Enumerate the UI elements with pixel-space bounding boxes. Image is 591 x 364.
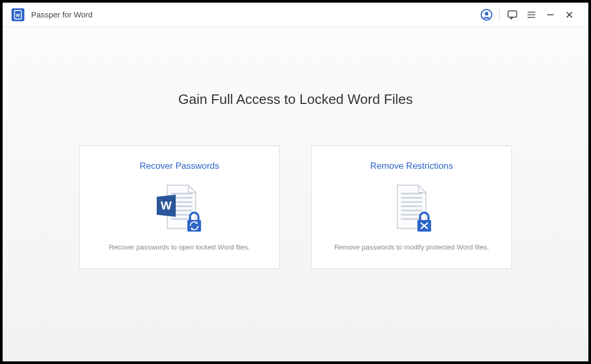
word-lock-refresh-icon: W xyxy=(150,182,208,235)
account-icon xyxy=(480,8,493,21)
card-desc: Recover passwords to open locked Word fi… xyxy=(109,243,250,251)
feedback-button[interactable] xyxy=(503,5,522,24)
card-title: Recover Passwords xyxy=(139,161,219,171)
close-button[interactable] xyxy=(560,5,579,24)
svg-text:W: W xyxy=(16,13,21,18)
minimize-icon xyxy=(546,11,555,19)
svg-text:W: W xyxy=(161,199,172,212)
card-remove-restrictions[interactable]: Remove Restrictions xyxy=(311,146,512,269)
app-logo-icon: W xyxy=(11,8,25,22)
chat-icon xyxy=(507,9,518,21)
main-content: Gain Full Access to Locked Word Files Re… xyxy=(3,27,588,361)
card-desc: Remove passwords to modify protected Wor… xyxy=(334,243,489,251)
menu-icon xyxy=(526,9,537,20)
svg-rect-5 xyxy=(508,11,517,17)
cards-row: Recover Passwords xyxy=(79,146,512,269)
menu-button[interactable] xyxy=(522,5,541,24)
titlebar-right xyxy=(477,5,588,24)
titlebar: W Passper for Word xyxy=(3,3,588,27)
toolbar-separator xyxy=(499,9,500,21)
minimize-button[interactable] xyxy=(541,5,560,24)
doc-lock-remove-icon xyxy=(383,182,441,235)
app-title: Passper for Word xyxy=(31,10,92,19)
card-recover-passwords[interactable]: Recover Passwords xyxy=(79,146,280,269)
card-title: Remove Restrictions xyxy=(370,161,453,171)
titlebar-left: W Passper for Word xyxy=(3,8,92,22)
account-button[interactable] xyxy=(477,5,496,24)
svg-point-4 xyxy=(485,12,489,15)
window: W Passper for Word xyxy=(3,3,588,361)
page-headline: Gain Full Access to Locked Word Files xyxy=(178,91,413,108)
close-icon xyxy=(565,11,574,19)
